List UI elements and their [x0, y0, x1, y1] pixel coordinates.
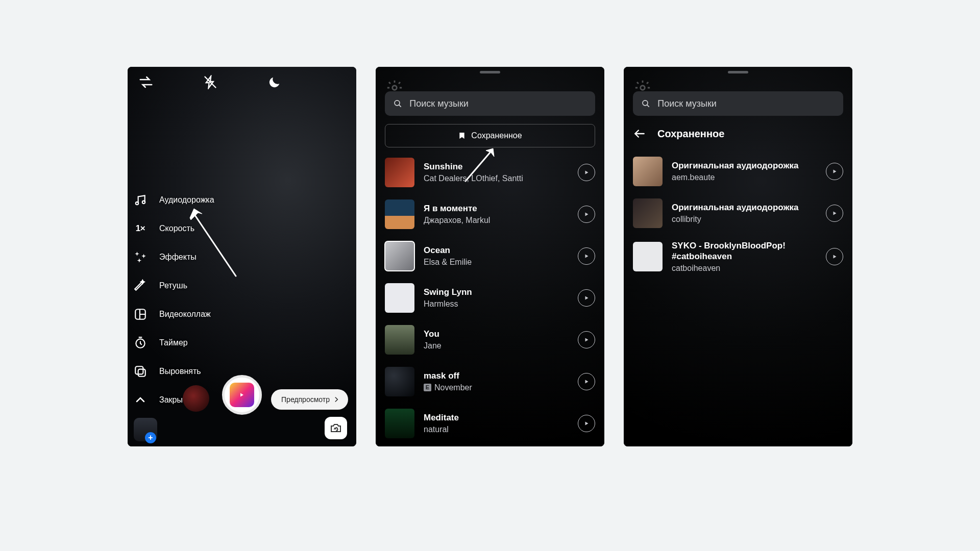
track-thumb — [633, 242, 663, 271]
camera-screen: Аудиодорожка 1× Скорость Эффекты Ретушь — [128, 67, 356, 446]
play-button[interactable] — [578, 206, 595, 223]
saved-header-title: Сохраненное — [657, 128, 724, 140]
saved-button-label: Сохраненное — [471, 131, 522, 140]
track-thumb — [633, 157, 663, 186]
timer-icon — [133, 335, 148, 350]
play-button[interactable] — [578, 415, 595, 432]
play-icon — [583, 169, 590, 176]
top-controls — [128, 67, 356, 97]
saved-button[interactable]: Сохраненное — [385, 124, 595, 147]
track-list: Оригинальная аудиодорожкаaem.beauteОриги… — [633, 157, 843, 273]
chevron-right-icon — [333, 396, 340, 403]
track-artist: Elsa & Emilie — [424, 257, 569, 267]
play-button[interactable] — [578, 164, 595, 181]
play-button[interactable] — [578, 247, 595, 265]
track-title: Ocean — [424, 245, 569, 256]
track-title: Swing Lynn — [424, 287, 569, 297]
tool-collage-label: Видеоколлаж — [159, 310, 211, 319]
play-icon — [583, 379, 590, 385]
search-bar[interactable] — [385, 91, 595, 116]
track-artist: Джарахов, Markul — [424, 215, 569, 226]
track-title: Я в моменте — [424, 203, 569, 214]
track-row[interactable]: Swing LynnHarmless — [385, 283, 595, 313]
play-icon — [583, 337, 590, 343]
preview-label: Предпросмотр — [281, 395, 330, 404]
svg-point-8 — [641, 86, 645, 90]
play-icon — [583, 420, 590, 427]
track-artist: natural — [424, 424, 569, 435]
play-button[interactable] — [578, 331, 595, 348]
track-row[interactable]: YouJane — [385, 325, 595, 355]
tool-audio-label: Аудиодорожка — [159, 195, 214, 205]
swap-icon[interactable] — [136, 72, 156, 92]
search-icon — [641, 98, 650, 109]
track-row[interactable]: SYKO - BrooklynBloodPop! #catboiheavenca… — [633, 240, 843, 273]
speed-icon: 1× — [133, 221, 148, 236]
effects-icon — [133, 249, 148, 265]
play-icon — [583, 211, 590, 217]
preview-button[interactable]: Предпросмотр — [271, 389, 348, 410]
reels-icon — [230, 383, 254, 407]
track-title: Sunshine — [424, 161, 569, 172]
play-button[interactable] — [578, 289, 595, 307]
track-thumb — [633, 198, 663, 228]
switch-camera-button[interactable] — [325, 417, 347, 439]
tool-timer-label: Таймер — [159, 338, 188, 347]
track-title: Оригинальная аудиодорожка — [672, 160, 817, 171]
track-row[interactable]: SunshineCat Dealers, LOthief, Santti — [385, 158, 595, 187]
track-title: Meditate — [424, 412, 569, 423]
search-icon — [393, 98, 402, 109]
svg-point-1 — [142, 201, 145, 204]
track-thumb — [385, 409, 414, 438]
track-row[interactable]: OceanElsa & Emilie — [385, 241, 595, 271]
moon-icon[interactable] — [264, 72, 285, 92]
track-artist: collibrity — [672, 214, 817, 224]
tool-audio[interactable]: Аудиодорожка — [133, 192, 214, 208]
annotation-arrow — [187, 207, 243, 278]
search-bar[interactable] — [633, 91, 843, 116]
track-row[interactable]: Оригинальная аудиодорожкаcollibrity — [633, 198, 843, 228]
track-row[interactable]: mask offENovember — [385, 367, 595, 396]
drag-handle[interactable] — [728, 71, 748, 73]
tool-retouch-label: Ретушь — [159, 281, 187, 290]
track-thumb — [385, 199, 414, 229]
flash-off-icon[interactable] — [200, 72, 220, 92]
collage-icon — [133, 307, 148, 322]
music-search-screen: Сохраненное SunshineCat Dealers, LOthief… — [376, 67, 604, 446]
track-list: SunshineCat Dealers, LOthief, SanttiЯ в … — [385, 158, 595, 446]
track-thumb — [385, 241, 414, 271]
search-input[interactable] — [409, 98, 587, 109]
shutter-button[interactable] — [222, 375, 262, 415]
explicit-badge: E — [424, 384, 431, 391]
svg-point-0 — [136, 202, 138, 205]
search-input[interactable] — [657, 98, 835, 109]
play-icon — [831, 168, 838, 174]
svg-point-6 — [393, 86, 397, 90]
track-thumb — [385, 325, 414, 355]
track-artist: Harmless — [424, 299, 569, 309]
saved-music-screen: Сохраненное Оригинальная аудиодорожкаaem… — [624, 67, 852, 446]
track-row[interactable]: Я в моментеДжарахов, Markul — [385, 199, 595, 229]
play-button[interactable] — [578, 373, 595, 390]
track-artist: Cat Dealers, LOthief, Santti — [424, 173, 569, 184]
track-title: You — [424, 329, 569, 339]
drag-handle[interactable] — [480, 71, 500, 73]
back-button[interactable] — [633, 127, 646, 140]
track-title: mask off — [424, 370, 569, 381]
track-artist: Jane — [424, 341, 569, 351]
track-thumb — [385, 367, 414, 396]
tool-retouch[interactable]: Ретушь — [133, 278, 214, 293]
play-icon — [583, 295, 590, 301]
track-title: SYKO - BrooklynBloodPop! #catboiheaven — [672, 240, 817, 262]
tool-collage[interactable]: Видеоколлаж — [133, 307, 214, 322]
play-icon — [831, 254, 838, 260]
track-row[interactable]: Meditatenatural — [385, 409, 595, 438]
tool-timer[interactable]: Таймер — [133, 335, 214, 350]
saved-header: Сохраненное — [633, 127, 724, 140]
play-button[interactable] — [826, 205, 843, 222]
music-icon — [133, 192, 148, 208]
track-row[interactable]: Оригинальная аудиодорожкаaem.beaute — [633, 157, 843, 186]
play-button[interactable] — [826, 163, 843, 180]
track-artist: aem.beaute — [672, 172, 817, 183]
play-button[interactable] — [826, 248, 843, 265]
